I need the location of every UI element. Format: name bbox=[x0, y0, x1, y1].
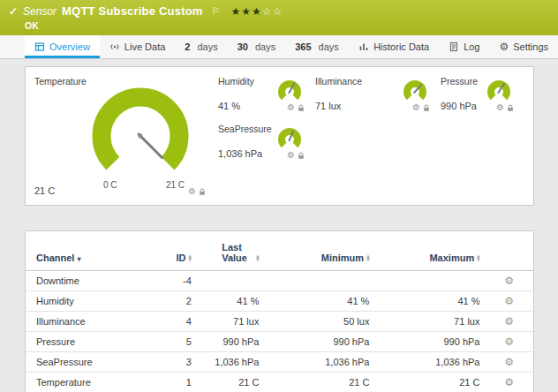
gauge-value: 21 C bbox=[34, 185, 55, 196]
channel-name: Downtime bbox=[26, 271, 155, 291]
lock-icon[interactable] bbox=[423, 104, 430, 112]
sort-icon: ▴▾ bbox=[189, 254, 192, 262]
temperature-bottom-row: 21 C ⚙ bbox=[34, 185, 206, 196]
channel-id: 2 bbox=[155, 291, 197, 312]
table-header-row: Channel▾ ID▴▾ Last Value▴▾ Minimum▴▾ Max… bbox=[26, 231, 533, 271]
channel-maximum: 41 % bbox=[374, 291, 485, 312]
column-header-last-value[interactable]: Last Value▴▾ bbox=[197, 231, 265, 271]
gauges-panel: Temperature 0 C 21 C 21 C ⚙ bbox=[25, 66, 534, 206]
gauge-label: Pressure bbox=[441, 76, 478, 87]
channel-mini-icons: ⚙ bbox=[496, 103, 514, 112]
gauge-label: Temperature bbox=[34, 76, 87, 87]
channel-minimum: 50 lux bbox=[264, 312, 374, 332]
channel-id: 3 bbox=[155, 352, 197, 373]
column-header-id[interactable]: ID▴▾ bbox=[155, 231, 197, 271]
stars-filled: ★★★ bbox=[230, 5, 261, 18]
dropdown-caret-icon: ▾ bbox=[77, 255, 80, 263]
tab-overview[interactable]: Overview bbox=[25, 35, 100, 58]
gear-icon[interactable]: ⚙ bbox=[188, 187, 196, 196]
ok-check-icon: ✓ bbox=[9, 5, 18, 18]
channel-minimum: 1,036 hPa bbox=[264, 352, 374, 373]
lock-icon[interactable] bbox=[298, 104, 305, 112]
gauge-label: Humidity bbox=[218, 76, 254, 87]
gear-icon[interactable]: ⚙ bbox=[287, 151, 295, 160]
channel-mini-icons: ⚙ bbox=[287, 103, 305, 112]
channel-maximum bbox=[374, 271, 485, 291]
channel-settings-icon[interactable]: ⚙ bbox=[504, 315, 514, 328]
channel-name: Humidity bbox=[26, 291, 155, 312]
gauge-cell-illuminance: Illuminance 71 lux ⚙ bbox=[315, 76, 435, 122]
stars-empty: ☆☆ bbox=[262, 5, 283, 18]
channel-last-value bbox=[197, 271, 265, 291]
channel-settings-icon[interactable]: ⚙ bbox=[504, 356, 514, 368]
live-data-icon bbox=[109, 41, 120, 52]
tab-2-days[interactable]: 2days bbox=[175, 35, 227, 58]
temperature-gauge bbox=[82, 79, 199, 185]
channel-settings-icon[interactable]: ⚙ bbox=[504, 335, 514, 348]
sort-icon: ▴▾ bbox=[256, 254, 259, 262]
gauge-value: 1,036 hPa bbox=[218, 148, 262, 159]
gauge-label: SeaPressure bbox=[218, 124, 272, 134]
column-header-maximum[interactable]: Maximum▴▾ bbox=[374, 231, 485, 271]
tab-label: Overview bbox=[49, 41, 90, 52]
flag-icon[interactable]: ⚐ bbox=[212, 5, 221, 17]
column-header-label: Last Value bbox=[222, 242, 253, 263]
tab-settings[interactable]: ⚙ Settings bbox=[489, 35, 558, 58]
table-row: Downtime -4 ⚙ bbox=[26, 271, 533, 291]
channel-last-value: 41 % bbox=[197, 291, 265, 312]
channel-id: 1 bbox=[155, 373, 197, 392]
table-row: Temperature 1 21 C 21 C 21 C ⚙ bbox=[26, 373, 533, 392]
column-header-label: Channel bbox=[36, 253, 74, 263]
status-text: OK bbox=[25, 20, 549, 31]
gear-icon[interactable]: ⚙ bbox=[412, 103, 420, 112]
tab-label: Historic Data bbox=[373, 41, 429, 52]
tab-historic-data[interactable]: Historic Data bbox=[349, 35, 439, 58]
channel-settings-icon[interactable]: ⚙ bbox=[504, 275, 514, 287]
column-header-channel[interactable]: Channel▾ bbox=[26, 231, 155, 271]
tab-bar: Overview Live Data 2days 30days 365days … bbox=[0, 35, 558, 59]
channel-minimum: 41 % bbox=[264, 291, 374, 312]
tab-live-data[interactable]: Live Data bbox=[100, 35, 175, 58]
sensor-header: ✓ Sensor MQTT Subscribe Custom ⚐ ★★★☆☆ O… bbox=[0, 0, 558, 35]
lock-icon[interactable] bbox=[199, 188, 206, 196]
prtg-sensor-page: ✓ Sensor MQTT Subscribe Custom ⚐ ★★★☆☆ O… bbox=[0, 0, 558, 392]
table-row: Humidity 2 41 % 41 % 41 % ⚙ bbox=[26, 291, 533, 312]
priority-stars[interactable]: ★★★☆☆ bbox=[230, 5, 283, 18]
channel-name: Temperature bbox=[26, 373, 155, 392]
table-row: SeaPressure 3 1,036 hPa 1,036 hPa 1,036 … bbox=[26, 352, 533, 373]
table-row: Illuminance 4 71 lux 50 lux 71 lux ⚙ bbox=[26, 312, 533, 332]
gear-icon[interactable]: ⚙ bbox=[496, 103, 504, 112]
channel-id: -4 bbox=[155, 271, 197, 291]
gear-icon[interactable]: ⚙ bbox=[287, 103, 295, 112]
small-gauges-grid: Humidity 41 % ⚙ Illuminance bbox=[218, 67, 533, 205]
channel-settings-icon[interactable]: ⚙ bbox=[504, 376, 514, 388]
sensor-header-line1: ✓ Sensor MQTT Subscribe Custom ⚐ ★★★☆☆ bbox=[9, 4, 549, 18]
channel-maximum: 21 C bbox=[374, 373, 485, 392]
tab-log[interactable]: Log bbox=[439, 35, 489, 58]
channel-last-value: 1,036 hPa bbox=[197, 352, 265, 373]
object-kind-label: Sensor bbox=[23, 5, 57, 18]
channel-maximum: 71 lux bbox=[374, 312, 485, 332]
tab-365-days[interactable]: 365days bbox=[285, 35, 349, 58]
channel-minimum: 990 hPa bbox=[264, 332, 374, 352]
gauge-cell-temperature: Temperature 0 C 21 C 21 C ⚙ bbox=[26, 67, 218, 205]
channel-settings-icon[interactable]: ⚙ bbox=[504, 295, 514, 307]
table-row: Pressure 5 990 hPa 990 hPa 990 hPa ⚙ bbox=[26, 332, 533, 352]
lock-icon[interactable] bbox=[507, 104, 514, 112]
lock-icon[interactable] bbox=[298, 152, 305, 160]
sensor-title: MQTT Subscribe Custom bbox=[62, 4, 203, 18]
column-header-minimum[interactable]: Minimum▴▾ bbox=[264, 231, 374, 271]
sort-icon: ▴▾ bbox=[477, 254, 479, 262]
channel-maximum: 990 hPa bbox=[374, 332, 485, 352]
log-icon bbox=[449, 41, 459, 52]
channels-table: Channel▾ ID▴▾ Last Value▴▾ Minimum▴▾ Max… bbox=[26, 231, 533, 392]
channel-name: Illuminance bbox=[26, 312, 155, 332]
channel-name: SeaPressure bbox=[26, 352, 155, 373]
gauge-label: Illuminance bbox=[315, 76, 362, 87]
tab-label: Live Data bbox=[124, 41, 165, 52]
tab-label: Settings bbox=[513, 41, 548, 52]
tab-30-days[interactable]: 30days bbox=[228, 35, 286, 58]
historic-data-icon bbox=[358, 41, 369, 52]
column-header-label: Minimum bbox=[321, 253, 364, 263]
gauge-value: 990 hPa bbox=[441, 101, 477, 111]
